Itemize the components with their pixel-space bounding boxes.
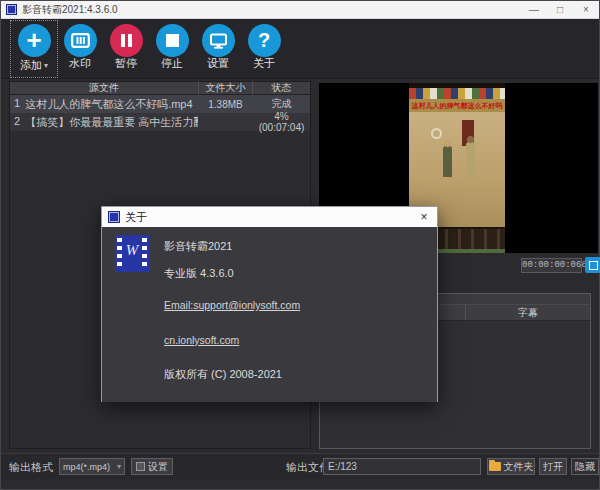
add-label: 添加 (20, 59, 42, 72)
app-window: 影音转霸2021:4.3.6.0 — □ × + 添加 ▾ (0, 0, 600, 490)
stop-button[interactable]: 停止 (149, 21, 195, 77)
output-format-label: 输出格式 (9, 460, 53, 475)
format-value: mp4(*.mp4) (63, 462, 110, 472)
thumb-flags-strip (409, 88, 505, 99)
about-button[interactable]: ? 关于 (241, 21, 287, 77)
pause-button[interactable]: 暂停 (103, 21, 149, 77)
bottom-bar: 输出格式 mp4(*.mp4) ▾ 设置 输出文件夹 文件夹 打开 隐藏 (1, 453, 599, 479)
dialog-title: 关于 (125, 210, 147, 225)
thumb-person (466, 142, 475, 178)
playback-time: 00:00:00:068 (521, 258, 582, 273)
question-glyph: ? (258, 29, 270, 52)
about-app-name: 影音转霸2021 (164, 239, 232, 254)
settings-label: 设置 (207, 57, 229, 70)
thumb-emblem (431, 128, 442, 139)
stop-label: 停止 (161, 57, 183, 70)
settings-mini-icon (136, 462, 145, 471)
row-index: 2 (14, 115, 20, 130)
file-name-cell: 2 【搞笑】你最最最重要 高中生活力翻跳 - 521快乐好... (10, 115, 198, 130)
app-icon (6, 4, 17, 15)
output-folder-input[interactable] (323, 458, 481, 475)
question-icon: ? (248, 24, 281, 57)
file-name-cell: 1 这村儿人的脾气都这么不好吗.mp4 (10, 97, 198, 112)
about-edition: 专业版 4.3.6.0 (164, 266, 234, 281)
hide-button[interactable]: 隐藏 (571, 458, 599, 475)
row-name: 【搞笑】你最最最重要 高中生活力翻跳 - 521快乐好... (25, 115, 198, 130)
settings-button[interactable]: 设置 (195, 21, 241, 77)
format-select[interactable]: mp4(*.mp4) ▾ (59, 458, 125, 475)
browse-folder-button[interactable]: 文件夹 (487, 458, 535, 475)
monitor-icon (202, 24, 235, 57)
about-email-link[interactable]: Email:support@ionlysoft.com (164, 299, 300, 311)
dialog-close-icon[interactable]: × (411, 207, 437, 227)
dialog-body: W 影音转霸2021 专业版 4.3.6.0 Email:support@ion… (102, 227, 437, 402)
row-name: 这村儿人的脾气都这么不好吗.mp4 (25, 97, 192, 112)
toolbar: + 添加 ▾ 水印 暂停 (1, 19, 599, 79)
title-bar: 影音转霸2021:4.3.6.0 — □ × (1, 1, 599, 19)
plus-icon: + (18, 24, 51, 57)
file-status-cell: 4% (00:07:04) (253, 111, 310, 133)
about-copyright: 版权所有 (C) 2008-2021 (164, 367, 282, 382)
row-index: 1 (14, 97, 20, 112)
pause-icon (110, 24, 143, 57)
film-icon (64, 24, 97, 57)
table-row[interactable]: 2 【搞笑】你最最最重要 高中生活力翻跳 - 521快乐好... 4% (00:… (10, 113, 310, 131)
window-title: 影音转霸2021:4.3.6.0 (22, 3, 118, 17)
snapshot-button[interactable] (585, 257, 600, 273)
open-button[interactable]: 打开 (539, 458, 567, 475)
about-label: 关于 (253, 57, 275, 70)
add-label-row: 添加 ▾ (20, 59, 48, 72)
about-dialog: 关于 × W 影音转霸2021 专业版 4.3.6.0 Email:suppor… (101, 206, 438, 402)
video-overlay-text: 这村儿人的脾气都这么不好吗 (409, 99, 505, 112)
logo-letter: W (115, 242, 149, 259)
column-size: 文件大小 (198, 81, 253, 95)
close-button[interactable]: × (573, 1, 599, 18)
chevron-down-icon: ▾ (117, 462, 121, 471)
add-button[interactable]: + 添加 ▾ (11, 21, 57, 77)
folder-icon (489, 462, 501, 471)
column-status: 状态 (253, 81, 310, 95)
minimize-button[interactable]: — (521, 1, 547, 18)
thumb-person (443, 146, 452, 177)
plus-glyph: + (26, 27, 41, 53)
file-list-header: 源文件 文件大小 状态 (10, 82, 310, 95)
stop-icon (156, 24, 189, 57)
pause-label: 暂停 (115, 57, 137, 70)
dialog-title-bar: 关于 × (102, 207, 437, 227)
watermark-label: 水印 (69, 57, 91, 70)
watermark-button[interactable]: 水印 (57, 21, 103, 77)
subtitle-column-header: 字幕 (466, 306, 590, 320)
about-website-link[interactable]: cn.ionlysoft.com (164, 334, 239, 346)
dialog-app-icon (108, 211, 120, 223)
maximize-button[interactable]: □ (547, 1, 573, 18)
file-status-cell: 完成 (253, 97, 310, 111)
file-size-cell: 1.38MB (198, 99, 253, 110)
window-controls: — □ × (521, 1, 599, 18)
format-settings-label: 设置 (148, 460, 168, 474)
format-settings-button[interactable]: 设置 (131, 458, 173, 475)
chevron-down-icon[interactable]: ▾ (44, 61, 48, 70)
app-logo: W (115, 235, 149, 272)
browse-folder-label: 文件夹 (504, 460, 534, 474)
column-source: 源文件 (10, 81, 198, 95)
